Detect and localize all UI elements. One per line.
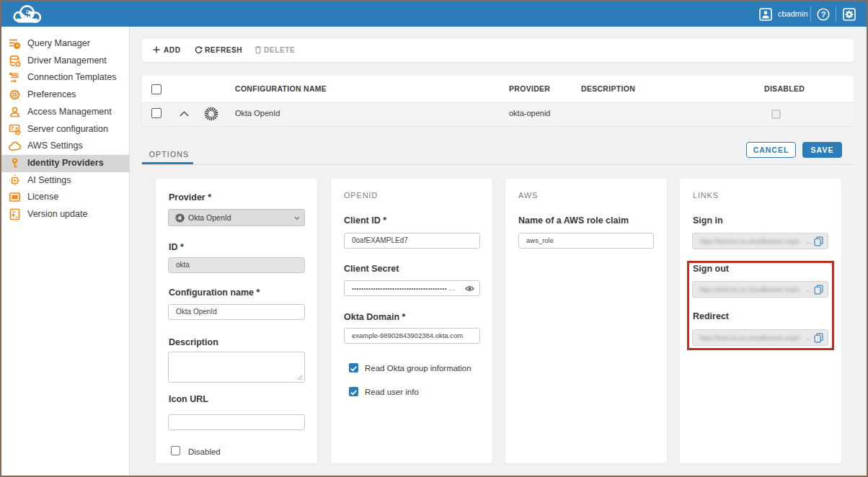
svg-text:?: ?: [821, 10, 826, 19]
